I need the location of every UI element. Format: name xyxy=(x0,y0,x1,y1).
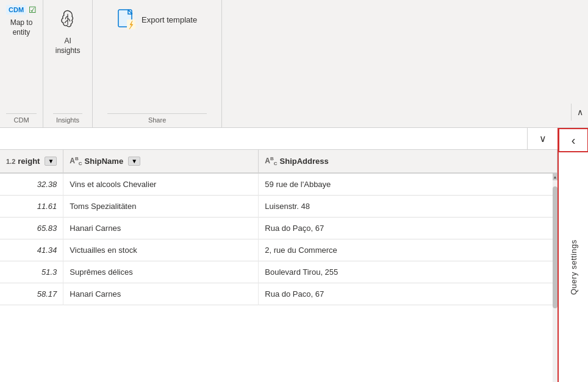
cell-freight-2: 11.61 xyxy=(0,195,63,217)
cdm-toolbar-top: CDM ☑ Map to entity xyxy=(6,5,37,111)
table-row: 65.83 Hanari Carnes Rua do Paço, 67 xyxy=(0,217,558,239)
scrollbar-track[interactable]: ▲ xyxy=(553,173,558,382)
cell-shipname-5: Suprêmes délices xyxy=(63,261,259,283)
table-scroll-container: 1.2 reight ▼ ABC ShipName ▼ xyxy=(0,150,558,382)
map-to-label: Map to entity xyxy=(10,18,33,37)
search-input[interactable] xyxy=(0,128,527,149)
table-row: 41.34 Victuailles en stock 2, rue du Com… xyxy=(0,239,558,261)
cell-shipaddress-3: Rua do Paço, 67 xyxy=(259,217,558,239)
cell-shipaddress-1: 59 rue de l'Abbaye xyxy=(259,173,558,195)
cell-shipname-6: Hanari Carnes xyxy=(63,283,259,305)
scrollbar-thumb[interactable] xyxy=(553,186,558,308)
cell-shipaddress-2: Luisenstr. 48 xyxy=(259,195,558,217)
ai-brain-icon xyxy=(53,5,82,34)
search-chevron-button[interactable]: ∨ xyxy=(527,128,558,149)
cell-freight-5: 51.3 xyxy=(0,261,63,283)
cell-shipaddress-6: Rua do Paco, 67 xyxy=(259,283,558,305)
search-row: ∨ xyxy=(0,128,558,150)
shipaddress-col-label: ShipAddress xyxy=(280,157,329,166)
table-row: 11.61 Toms Spezialitäten Luisenstr. 48 xyxy=(0,195,558,217)
table-header-row: 1.2 reight ▼ ABC ShipName ▼ xyxy=(0,150,558,173)
col-header-freight: 1.2 reight ▼ xyxy=(0,150,63,173)
collapse-up-icon: ∧ xyxy=(577,107,583,117)
ai-insights-section[interactable]: AIinsights Insights xyxy=(43,0,93,127)
cell-shipname-4: Victuailles en stock xyxy=(63,239,259,261)
shipaddress-type-icon: ABC xyxy=(265,156,277,166)
table-row: 51.3 Suprêmes délices Boulevard Tirou, 2… xyxy=(0,261,558,283)
table-row: 58.17 Hanari Carnes Rua do Paco, 67 xyxy=(0,283,558,305)
export-template-section[interactable]: Export template Share xyxy=(93,0,222,127)
freight-dropdown-button[interactable]: ▼ xyxy=(45,157,57,166)
toolbar-collapse-button[interactable]: ∧ xyxy=(571,104,588,121)
export-template-label: Export template xyxy=(142,15,197,24)
cdm-icons-row: CDM ☑ xyxy=(6,5,37,15)
query-settings-back-button[interactable]: ‹ xyxy=(558,128,588,152)
ai-insights-label: AIinsights xyxy=(56,37,81,55)
cell-shipname-2: Toms Spezialitäten xyxy=(63,195,259,217)
col-header-shipname: ABC ShipName ▼ xyxy=(63,150,259,173)
cell-shipaddress-5: Boulevard Tirou, 255 xyxy=(259,261,558,283)
query-settings-panel: ‹ Query settings xyxy=(558,128,588,382)
ai-insights-top: AIinsights xyxy=(53,5,82,111)
cdm-text-icon: CDM xyxy=(6,5,26,15)
cdm-section: CDM ☑ Map to entity CDM xyxy=(0,0,43,127)
toolbar: CDM ☑ Map to entity CDM AIinsig xyxy=(0,0,588,128)
shipname-col-label: ShipName xyxy=(85,157,124,166)
query-settings-label: Query settings xyxy=(569,152,578,382)
data-table: 1.2 reight ▼ ABC ShipName ▼ xyxy=(0,150,558,305)
main-content: 1.2 reight ▼ ABC ShipName ▼ xyxy=(0,150,558,382)
check-icon: ☑ xyxy=(29,5,37,15)
cell-shipname-3: Hanari Carnes xyxy=(63,217,259,239)
shipname-type-icon: ABC xyxy=(70,156,82,166)
insights-group-label: Insights xyxy=(53,113,82,127)
col-header-shipaddress: ABC ShipAddress xyxy=(259,150,558,173)
freight-col-label: reight xyxy=(18,157,40,166)
back-chevron-icon: ‹ xyxy=(572,133,576,147)
cell-freight-3: 65.83 xyxy=(0,217,63,239)
cell-freight-6: 58.17 xyxy=(0,283,63,305)
export-template-icon xyxy=(117,10,137,29)
cell-shipname-1: Vins et alcools Chevalier xyxy=(63,173,259,195)
cdm-group-label: CDM xyxy=(6,113,37,127)
export-template-button[interactable]: Export template xyxy=(107,5,207,34)
freight-type-icon: 1.2 xyxy=(6,158,15,165)
share-group-label: Share xyxy=(107,113,207,127)
cell-freight-1: 32.38 xyxy=(0,173,63,195)
export-template-top: Export template xyxy=(107,5,207,111)
cell-freight-4: 41.34 xyxy=(0,239,63,261)
table-row: 32.38 Vins et alcools Chevalier 59 rue d… xyxy=(0,173,558,195)
chevron-down-icon: ∨ xyxy=(539,133,547,144)
cell-shipaddress-4: 2, rue du Commerce xyxy=(259,239,558,261)
shipname-dropdown-button[interactable]: ▼ xyxy=(128,157,140,166)
